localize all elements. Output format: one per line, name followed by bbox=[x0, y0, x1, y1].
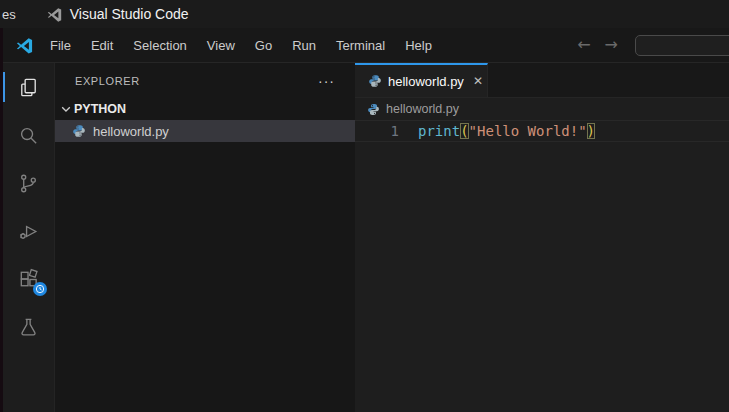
forward-arrow-icon[interactable]: → bbox=[598, 37, 625, 53]
command-center-search-input[interactable] bbox=[635, 35, 729, 56]
back-arrow-icon[interactable]: ← bbox=[570, 37, 597, 53]
beaker-icon bbox=[17, 316, 40, 339]
editor-group: helloworld.py ✕ helloworld.py 1 print("H… bbox=[355, 63, 729, 412]
activitybar-search[interactable] bbox=[3, 111, 54, 159]
activitybar-run-and-debug[interactable] bbox=[3, 207, 54, 255]
titlebar-right: ← → bbox=[570, 35, 729, 56]
vscode-window: File Edit Selection View Go Run Terminal… bbox=[3, 28, 729, 412]
sidebar-title: EXPLORER bbox=[75, 75, 140, 87]
menu-run[interactable]: Run bbox=[282, 28, 326, 63]
menu-bar: File Edit Selection View Go Run Terminal… bbox=[3, 28, 729, 63]
line-number: 1 bbox=[355, 123, 399, 139]
token-open-paren: ( bbox=[460, 123, 468, 139]
menu-edit[interactable]: Edit bbox=[81, 28, 123, 63]
tab-close-icon[interactable]: ✕ bbox=[470, 73, 486, 89]
code-editor[interactable]: 1 print("Hello World!") bbox=[355, 120, 729, 412]
focused-app-title[interactable]: Visual Studio Code bbox=[47, 6, 189, 22]
search-icon bbox=[17, 124, 40, 147]
section-label: PYTHON bbox=[74, 102, 126, 116]
explorer-section-python[interactable]: PYTHON bbox=[55, 98, 355, 120]
chevron-down-icon bbox=[58, 101, 74, 117]
activitybar-testing[interactable] bbox=[3, 303, 54, 351]
tab-helloworld[interactable]: helloworld.py ✕ bbox=[355, 63, 488, 97]
file-name: helloworld.py bbox=[93, 124, 169, 139]
menu-go[interactable]: Go bbox=[245, 28, 282, 63]
extensions-progress-clock-badge bbox=[33, 282, 47, 296]
window-title: Visual Studio Code bbox=[70, 6, 189, 22]
tab-strip: helloworld.py ✕ bbox=[355, 63, 729, 98]
vscode-logo-icon-gray bbox=[47, 7, 62, 22]
code-content: print("Hello World!") bbox=[418, 123, 595, 139]
menu-items: File Edit Selection View Go Run Terminal… bbox=[40, 28, 442, 63]
source-control-branch-icon bbox=[17, 172, 40, 195]
activity-bar bbox=[3, 63, 55, 412]
activitybar-explorer[interactable] bbox=[3, 63, 54, 111]
menu-file[interactable]: File bbox=[40, 28, 81, 63]
activitybar-source-control[interactable] bbox=[3, 159, 54, 207]
debug-play-bug-icon bbox=[17, 220, 40, 243]
menu-help[interactable]: Help bbox=[395, 28, 442, 63]
gnome-top-bar: es Visual Studio Code bbox=[0, 0, 729, 28]
explorer-sidebar: EXPLORER ··· PYTHON helloworl bbox=[55, 63, 355, 412]
file-item-helloworld[interactable]: helloworld.py bbox=[55, 120, 355, 142]
sidebar-header: EXPLORER ··· bbox=[55, 63, 355, 98]
breadcrumb-file: helloworld.py bbox=[386, 102, 459, 116]
python-file-icon bbox=[72, 124, 86, 138]
files-icon bbox=[17, 76, 40, 99]
token-print: print bbox=[418, 123, 460, 139]
vscode-logo-icon bbox=[16, 37, 33, 54]
tab-label: helloworld.py bbox=[388, 74, 464, 89]
workbench: EXPLORER ··· PYTHON helloworl bbox=[3, 63, 729, 412]
menu-terminal[interactable]: Terminal bbox=[326, 28, 395, 63]
python-file-icon bbox=[367, 103, 380, 116]
activitybar-extensions[interactable] bbox=[3, 255, 54, 303]
token-close-paren: ) bbox=[587, 123, 595, 139]
token-string: "Hello World!" bbox=[469, 123, 587, 139]
desktop-edge bbox=[0, 28, 3, 412]
menu-view[interactable]: View bbox=[197, 28, 245, 63]
sidebar-more-actions-button[interactable]: ··· bbox=[318, 74, 335, 88]
activities-button-partial[interactable]: es bbox=[2, 7, 16, 22]
python-file-icon bbox=[368, 74, 382, 88]
menu-selection[interactable]: Selection bbox=[123, 28, 196, 63]
breadcrumb[interactable]: helloworld.py bbox=[355, 98, 729, 120]
code-line-1[interactable]: 1 print("Hello World!") bbox=[355, 120, 729, 142]
